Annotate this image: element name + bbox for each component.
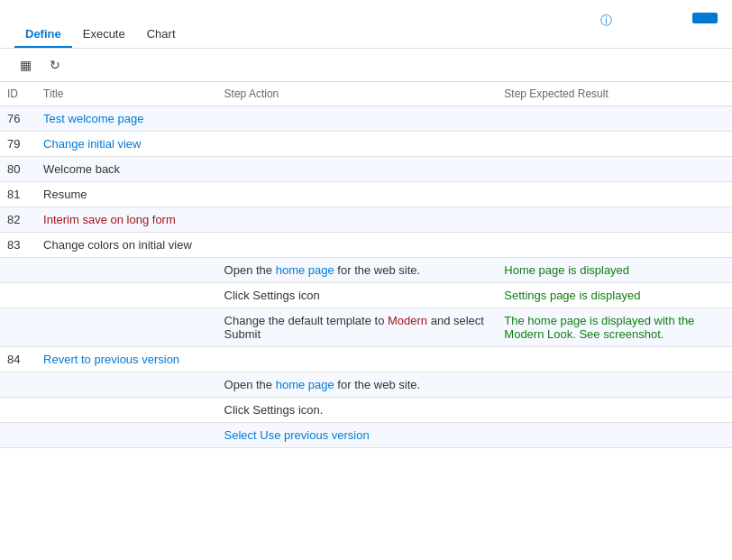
cell-id bbox=[0, 398, 36, 423]
table-row: 81Resume bbox=[0, 182, 732, 207]
cell-title bbox=[36, 283, 216, 308]
col-header-action: Step Action bbox=[217, 82, 498, 106]
cell-expected bbox=[497, 398, 732, 423]
col-header-expected: Step Expected Result bbox=[497, 82, 732, 106]
help-icon: ⓘ bbox=[600, 13, 612, 29]
table-row: Click Settings iconSettings page is disp… bbox=[0, 283, 732, 308]
table-row: 83Change colors on initial view bbox=[0, 233, 732, 258]
cell-expected bbox=[497, 132, 732, 157]
refresh-icon: ↻ bbox=[50, 58, 60, 72]
cell-expected bbox=[497, 157, 732, 182]
cell-action bbox=[217, 132, 498, 157]
cell-action bbox=[217, 182, 498, 207]
cell-id: 83 bbox=[0, 233, 36, 258]
cell-title[interactable]: Test welcome page bbox=[36, 106, 216, 132]
cell-action bbox=[217, 106, 498, 132]
cell-expected bbox=[497, 233, 732, 258]
table-row: Change the default template to Modern an… bbox=[0, 308, 732, 347]
close-grid-button[interactable] bbox=[692, 13, 718, 23]
cell-title bbox=[36, 423, 216, 448]
cell-title[interactable]: Revert to previous version bbox=[36, 347, 216, 372]
cell-id bbox=[0, 308, 36, 347]
table-row: 80Welcome back bbox=[0, 157, 732, 182]
cell-action: Click Settings icon bbox=[217, 283, 498, 308]
cell-action: Open the home page for the web site. bbox=[217, 372, 498, 398]
toolbar: ▦ ↻ bbox=[0, 49, 732, 82]
cell-action: Click Settings icon. bbox=[217, 398, 498, 423]
cell-expected bbox=[497, 372, 732, 398]
table-row: 84Revert to previous version bbox=[0, 347, 732, 372]
filter-icon: ▦ bbox=[20, 58, 32, 72]
tab-define[interactable]: Define bbox=[14, 22, 72, 48]
help-link[interactable]: ⓘ bbox=[600, 13, 615, 29]
table-row: Open the home page for the web site. bbox=[0, 372, 732, 398]
table-row: Click Settings icon. bbox=[0, 398, 732, 423]
cell-id: 81 bbox=[0, 182, 36, 207]
cell-title bbox=[36, 372, 216, 398]
cell-title[interactable]: Change initial view bbox=[36, 132, 216, 157]
table-row: 79Change initial view bbox=[0, 132, 732, 157]
cell-title bbox=[36, 308, 216, 347]
cell-action bbox=[217, 347, 498, 372]
cell-id bbox=[0, 372, 36, 398]
refresh-button[interactable]: ↻ bbox=[44, 54, 66, 76]
col-header-title: Title bbox=[36, 82, 216, 106]
cell-id: 82 bbox=[0, 207, 36, 233]
cell-expected: Settings page is displayed bbox=[497, 283, 732, 308]
filter-button[interactable]: ▦ bbox=[14, 54, 37, 76]
cell-title[interactable]: Change colors on initial view bbox=[36, 233, 216, 258]
data-grid: ID Title Step Action Step Expected Resul… bbox=[0, 82, 732, 448]
tab-execute[interactable]: Execute bbox=[72, 22, 136, 48]
cell-title[interactable]: Resume bbox=[36, 182, 216, 207]
cell-title[interactable]: Welcome back bbox=[36, 157, 216, 182]
table-row: Open the home page for the web site.Home… bbox=[0, 258, 732, 283]
cell-expected bbox=[497, 182, 732, 207]
cell-action bbox=[217, 233, 498, 258]
cell-id: 79 bbox=[0, 132, 36, 157]
cell-expected bbox=[497, 207, 732, 233]
cell-action: Select Use previous version bbox=[217, 423, 498, 448]
cell-action: Change the default template to Modern an… bbox=[217, 308, 498, 347]
cell-title[interactable]: Interim save on long form bbox=[36, 207, 216, 233]
cell-id: 80 bbox=[0, 157, 36, 182]
cell-expected bbox=[497, 347, 732, 372]
table-row: Select Use previous version bbox=[0, 423, 732, 448]
cell-id bbox=[0, 423, 36, 448]
cell-title bbox=[36, 398, 216, 423]
cell-expected: The home page is displayed with the Mode… bbox=[497, 308, 732, 347]
cell-action bbox=[217, 157, 498, 182]
cell-id bbox=[0, 258, 36, 283]
cell-action bbox=[217, 207, 498, 233]
tab-chart[interactable]: Chart bbox=[136, 22, 187, 48]
cell-id bbox=[0, 283, 36, 308]
table-row: 82Interim save on long form bbox=[0, 207, 732, 233]
cell-id: 76 bbox=[0, 106, 36, 132]
col-header-id: ID bbox=[0, 82, 36, 106]
column-header-row: ID Title Step Action Step Expected Resul… bbox=[0, 82, 732, 106]
cell-expected: Home page is displayed bbox=[497, 258, 732, 283]
cell-action: Open the home page for the web site. bbox=[217, 258, 498, 283]
cell-id: 84 bbox=[0, 347, 36, 372]
cell-expected bbox=[497, 423, 732, 448]
cell-expected bbox=[497, 106, 732, 132]
grid-container: ID Title Step Action Step Expected Resul… bbox=[0, 82, 732, 534]
table-row: 76Test welcome page bbox=[0, 106, 732, 132]
cell-title bbox=[36, 258, 216, 283]
